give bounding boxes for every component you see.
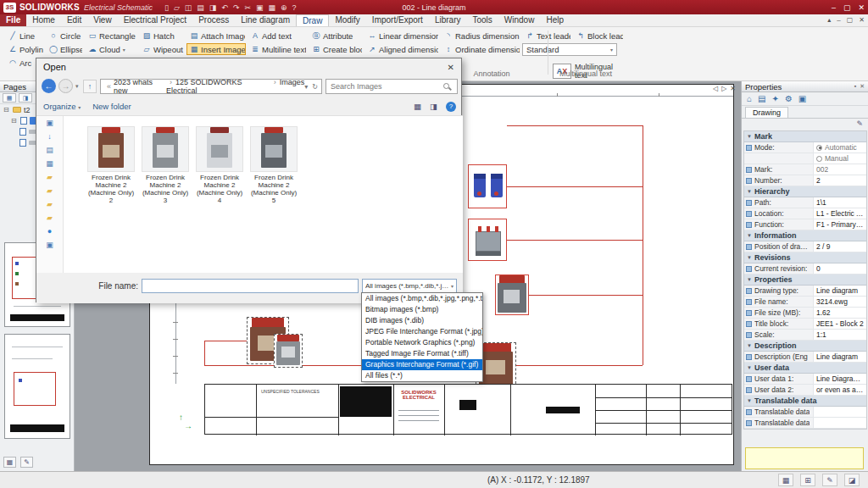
- sidebar-place-icon[interactable]: ↓: [47, 133, 52, 141]
- translatable-1-value[interactable]: [814, 407, 866, 417]
- file-item[interactable]: Frozen Drink Machine 2 (Machine Only) 5: [248, 126, 299, 204]
- menu-item[interactable]: Modify: [329, 14, 365, 26]
- menu-item[interactable]: Library: [429, 14, 467, 26]
- create-block-button[interactable]: ⊞Create block: [309, 43, 363, 55]
- prev-page-icon[interactable]: ◁: [713, 85, 718, 92]
- qat-icon[interactable]: ▱: [174, 3, 180, 12]
- component-symbol[interactable]: [468, 164, 507, 208]
- section-description[interactable]: ▼Description: [744, 341, 866, 352]
- qat-icon[interactable]: ◫: [185, 3, 192, 12]
- expander-icon[interactable]: ⊟: [11, 117, 18, 125]
- section-information[interactable]: ▼Information: [744, 230, 866, 241]
- status-icon[interactable]: ◪: [844, 474, 860, 486]
- sidebar-place-icon[interactable]: ▰: [47, 201, 53, 208]
- file-type-option[interactable]: Tagged Image File Format (*.tiff): [362, 348, 482, 359]
- menu-item[interactable]: Edit: [61, 14, 87, 26]
- maximize-button[interactable]: ▢: [843, 3, 851, 12]
- expander-icon[interactable]: ⊟: [3, 106, 10, 114]
- qat-icon[interactable]: ↷: [233, 3, 240, 12]
- qat-icon[interactable]: ◨: [209, 3, 217, 12]
- file-item[interactable]: Frozen Drink Machine 2 (Machine Only) 2: [86, 126, 136, 204]
- location-value[interactable]: L1 - Electric Avenue Ba: [814, 208, 866, 219]
- menu-item[interactable]: Line diagram: [235, 14, 296, 26]
- pages-thumb-view-icon[interactable]: ◨: [19, 93, 32, 103]
- section-mark[interactable]: ▼Mark: [744, 131, 866, 142]
- attribute-button[interactable]: ⓐAttribute: [309, 30, 363, 42]
- doc-close-icon[interactable]: ✕: [859, 14, 865, 26]
- breadcrumb-item[interactable]: 125 SOLIDWORKS Electrical: [166, 79, 270, 94]
- sidebar-place-icon[interactable]: ▤: [46, 147, 53, 154]
- file-type-option[interactable]: Bitmap images (*.bmp): [362, 304, 482, 315]
- user-data-1-value[interactable]: Line Diagrams can be: [814, 374, 866, 384]
- props-toolbar-icon[interactable]: ▤: [758, 94, 765, 103]
- forward-button[interactable]: →: [58, 79, 73, 93]
- block-leader-button[interactable]: ↰Block leader: [573, 30, 624, 42]
- status-icon[interactable]: ▦: [778, 474, 793, 486]
- menu-item[interactable]: Tools: [466, 14, 498, 26]
- translatable-2-value[interactable]: [814, 418, 866, 428]
- file-item[interactable]: Frozen Drink Machine 2 (Machine Only) 4: [194, 126, 245, 204]
- breadcrumb-item[interactable]: Images: [270, 79, 305, 94]
- file-type-option[interactable]: JPEG File Interchange Format (*.jpg): [362, 326, 482, 337]
- refresh-icon[interactable]: ↻: [312, 83, 318, 91]
- multiline-text-button[interactable]: ≣Multiline text: [248, 43, 307, 55]
- linear-dimension-button[interactable]: ↔Linear dimension: [364, 30, 439, 42]
- file-type-option[interactable]: Graphics Interchange Format (*.gif): [362, 359, 482, 370]
- line-button[interactable]: ╱Line: [5, 30, 44, 42]
- section-hierarchy[interactable]: ▼Hierarchy: [744, 186, 866, 197]
- file-item[interactable]: Frozen Drink Machine 2 (Machine Only) 3: [140, 126, 191, 204]
- menu-item[interactable]: Import/Export: [366, 14, 429, 26]
- path-value[interactable]: 1\1: [814, 197, 866, 208]
- ordinate-dimension-button[interactable]: ↕Ordinate dimension: [441, 43, 520, 55]
- mark-value[interactable]: 002: [814, 164, 866, 175]
- file-type-select[interactable]: All images (*.bmp,*.dib,*.jpg,*.png,*.ti…: [362, 279, 457, 293]
- sidebar-place-icon[interactable]: ▣: [46, 241, 53, 249]
- mode-manual-radio[interactable]: Manual: [814, 153, 866, 164]
- new-folder-button[interactable]: New folder: [92, 102, 131, 111]
- close-button[interactable]: ✕: [858, 3, 865, 12]
- file-type-option[interactable]: All files (*.*): [362, 370, 482, 381]
- aligned-dimension-button[interactable]: ↗Aligned dimension: [364, 43, 439, 55]
- add-text-button[interactable]: AAdd text: [248, 30, 307, 42]
- props-pin-icon[interactable]: ▪: [854, 83, 856, 90]
- props-toolbar-icon[interactable]: ⌂: [747, 94, 752, 103]
- polyline-button[interactable]: ∠Polyline: [5, 43, 44, 55]
- sidebar-place-icon[interactable]: ▰: [47, 214, 53, 222]
- ellipse-button[interactable]: ◯Ellipse: [46, 43, 83, 55]
- section-properties[interactable]: ▼Properties: [744, 274, 866, 286]
- edit-properties-icon[interactable]: ✎: [856, 119, 863, 128]
- organize-button[interactable]: Organize ▾: [43, 102, 81, 111]
- hatch-button[interactable]: ▨Hatch: [139, 30, 185, 42]
- dialog-help-icon[interactable]: ?: [446, 102, 456, 112]
- back-button[interactable]: ←: [42, 79, 56, 93]
- status-icon[interactable]: ✎: [822, 474, 837, 486]
- text-leader-button[interactable]: ↱Text leader: [522, 30, 571, 42]
- props-close-icon[interactable]: ✕: [860, 83, 865, 90]
- menu-item[interactable]: Help: [540, 14, 570, 26]
- sidebar-place-icon[interactable]: ▰: [47, 174, 53, 181]
- file-type-option[interactable]: DIB images (*.dib): [362, 315, 482, 326]
- file-name-input[interactable]: [142, 279, 359, 293]
- grid-view-icon[interactable]: ▦: [3, 457, 16, 468]
- status-icon[interactable]: ⊞: [800, 474, 815, 486]
- sidebar-place-icon[interactable]: ▰: [47, 187, 53, 195]
- preview-pane-button[interactable]: ◨: [430, 102, 437, 112]
- menu-item[interactable]: Process: [192, 14, 235, 26]
- qat-icon[interactable]: ▯: [164, 3, 169, 12]
- edit-page-icon[interactable]: ✎: [20, 457, 33, 468]
- props-toolbar-icon[interactable]: ⚙: [785, 94, 793, 103]
- mode-automatic-radio[interactable]: Automatic: [814, 142, 866, 152]
- breadcrumb[interactable]: « 2023 whats new125 SOLIDWORKS Electrica…: [100, 79, 322, 94]
- menu-item[interactable]: Window: [498, 14, 541, 26]
- views-button[interactable]: ▦: [414, 102, 421, 112]
- file-type-option[interactable]: Portable Network Graphics (*.png): [362, 337, 482, 348]
- open-dialog-titlebar[interactable]: Open ✕: [36, 58, 461, 75]
- description-value[interactable]: Line diagram: [814, 352, 866, 362]
- section-translatable-data[interactable]: ▼Translatable data: [744, 396, 866, 407]
- up-button[interactable]: ↑: [83, 80, 97, 93]
- tab-drawing[interactable]: Drawing: [745, 107, 788, 118]
- qat-icon[interactable]: ▦: [269, 3, 276, 12]
- qat-icon[interactable]: ?: [292, 3, 297, 12]
- menu-item[interactable]: Electrical Project: [118, 14, 192, 26]
- qat-icon[interactable]: ↶: [221, 3, 228, 12]
